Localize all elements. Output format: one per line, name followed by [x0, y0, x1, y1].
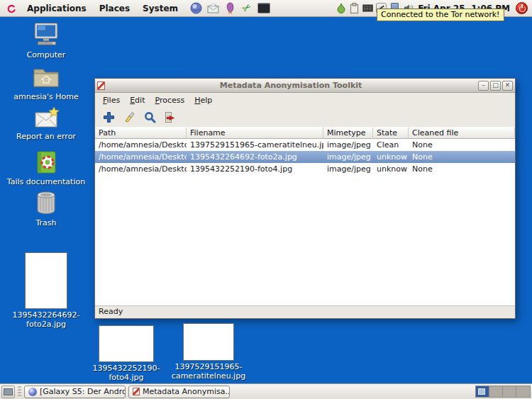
desktop-icon-tails-docs[interactable]: Tails documentation	[4, 150, 89, 186]
trash-icon	[33, 190, 59, 217]
mat-window-icon	[97, 82, 105, 90]
table-header: Path Filename Mimetype State Cleaned fil…	[95, 127, 515, 139]
desktop-icon	[4, 388, 13, 395]
cell-path: /home/amnesia/Desktop/	[95, 151, 187, 163]
cell-path: /home/amnesia/Desktop/	[95, 163, 187, 175]
desktop-icon-label: Tails documentation	[7, 177, 85, 186]
menu-applications[interactable]: Applications	[21, 2, 93, 15]
minimize-button[interactable]: –	[478, 81, 489, 91]
workspace-switcher	[475, 386, 531, 398]
table-row[interactable]: /home/amnesia/Desktop/ 1395432252190-fot…	[95, 163, 515, 175]
taskbar-item-browser[interactable]: [Galaxy S5: Der Andro...	[24, 386, 126, 398]
debian-logo-icon	[5, 2, 18, 15]
quit-button[interactable]	[164, 111, 177, 123]
workspace-3[interactable]	[503, 386, 516, 397]
cell-mimetype: image/jpeg	[323, 163, 373, 175]
menu-files[interactable]: Files	[98, 94, 125, 107]
tor-tooltip: Connected to the Tor network!	[377, 9, 504, 21]
desktop-icon-label-line1: 1395432264692-	[13, 310, 80, 320]
mat-icon	[133, 388, 140, 395]
desktop-icon-label: Report an error	[16, 132, 76, 141]
tor-browser-icon	[28, 388, 37, 396]
column-header-path[interactable]: Path	[95, 127, 187, 139]
photo-street-thumbnail	[25, 252, 67, 309]
report-error-icon	[31, 106, 61, 130]
clipboard-icon[interactable]	[349, 3, 360, 14]
terminal-icon[interactable]	[257, 2, 270, 15]
column-header-mimetype[interactable]: Mimetype	[323, 127, 373, 139]
magnifier-icon	[144, 111, 156, 123]
photo-toy-thumbnail	[183, 323, 234, 361]
window-menubar: Files Edit Process Help	[95, 93, 515, 107]
window-titlebar[interactable]: Metadata Anonymisation Toolkit – □ ✕	[95, 79, 515, 93]
file-list: /home/amnesia/Desktop/ 1397529151965-cam…	[95, 139, 515, 305]
desktop-icon-cameratitelneu[interactable]: 1397529151965- cameratitelneu.jpg	[169, 323, 248, 381]
computer-icon	[31, 22, 61, 49]
tor-browser-icon[interactable]	[189, 2, 202, 15]
table-row-selected[interactable]: /home/amnesia/Desktop/ 1395432264692-fot…	[95, 151, 515, 163]
photo-night-thumbnail	[99, 325, 154, 362]
panel-launchers: ✂	[189, 2, 270, 15]
documentation-book-icon	[33, 150, 59, 176]
mat-window: Metadata Anonymisation Toolkit – □ ✕ Fil…	[94, 78, 516, 319]
cell-mimetype: image/jpeg	[323, 151, 373, 163]
menu-edit[interactable]: Edit	[125, 94, 150, 107]
desktop-icon-label-line2: foto2a.jpg	[26, 320, 66, 329]
show-desktop-button[interactable]	[1, 386, 15, 398]
cell-mimetype: image/jpeg	[323, 139, 373, 151]
clean-button[interactable]	[123, 111, 135, 123]
desktop-icon-label: Computer	[27, 50, 66, 60]
menu-places[interactable]: Places	[93, 2, 136, 15]
desktop-icon-computer[interactable]: Computer	[14, 22, 78, 60]
cell-path: /home/amnesia/Desktop/	[95, 139, 187, 151]
brush-icon	[123, 111, 135, 123]
desktop-icon-label-line1: 1397529151965-	[175, 362, 243, 371]
taskbar-item-label: Metadata Anonymisa...	[143, 387, 230, 396]
desktop-icon-label: Trash	[35, 218, 56, 227]
desktop-icon-label: amnesia's Home	[13, 92, 78, 101]
panel-drag-handle[interactable]	[18, 386, 21, 398]
workspace-4[interactable]	[516, 386, 530, 397]
cell-cleaned-file: None	[409, 163, 515, 175]
cell-cleaned-file: None	[409, 139, 515, 151]
keyboard-layout-icon[interactable]	[362, 3, 373, 14]
pidgin-icon[interactable]	[223, 2, 236, 15]
menu-process[interactable]: Process	[150, 94, 189, 107]
cell-filename: 1395432264692-foto2a.jpg	[187, 151, 323, 163]
exit-door-icon	[164, 111, 177, 123]
add-file-button[interactable]	[102, 111, 115, 123]
menu-help[interactable]: Help	[189, 94, 217, 107]
workspace-2[interactable]	[489, 386, 503, 397]
column-header-cleaned-file[interactable]: Cleaned file	[409, 127, 515, 139]
tor-onion-icon[interactable]	[336, 3, 346, 14]
cell-filename: 1397529151965-cameratitelneu.jpg	[187, 139, 323, 151]
shutdown-button[interactable]	[516, 2, 528, 14]
window-toolbar	[95, 107, 515, 127]
home-folder-icon	[31, 65, 61, 91]
workspace-1[interactable]	[476, 386, 489, 397]
taskbar-item-mat[interactable]: Metadata Anonymisa...	[128, 386, 230, 398]
taskbar: [Galaxy S5: Der Andro... Metadata Anonym…	[0, 383, 532, 399]
keepassx-icon[interactable]: ✂	[240, 2, 253, 15]
menu-system[interactable]: System	[136, 2, 184, 15]
check-button[interactable]	[143, 111, 156, 123]
desktop-icon-trash[interactable]: Trash	[14, 190, 78, 227]
close-button[interactable]: ✕	[502, 81, 513, 91]
desktop-icon-foto4[interactable]: 1395432252190- foto4.jpg	[90, 325, 162, 382]
column-header-filename[interactable]: Filename	[187, 127, 323, 139]
table-row[interactable]: /home/amnesia/Desktop/ 1397529151965-cam…	[95, 139, 515, 151]
window-title: Metadata Anonymisation Toolkit	[105, 81, 477, 90]
column-header-state[interactable]: State	[373, 127, 409, 139]
statusbar: Ready	[95, 305, 515, 318]
cell-state: unknow	[373, 163, 409, 175]
desktop-icon-foto2a[interactable]: 1395432264692- foto2a.jpg	[9, 252, 84, 329]
maximize-button[interactable]: □	[490, 81, 501, 91]
taskbar-item-label: [Galaxy S5: Der Andro...	[40, 387, 126, 396]
cell-filename: 1395432252190-foto4.jpg	[187, 163, 323, 175]
desktop-icon-home[interactable]: amnesia's Home	[7, 65, 85, 101]
desktop-icon-label-line2: cameratitelneu.jpg	[172, 371, 245, 381]
desktop-icon-label-line1: 1395432252190-	[93, 364, 160, 373]
desktop-icon-label-line2: foto4.jpg	[109, 373, 143, 382]
claws-mail-icon[interactable]	[206, 2, 219, 15]
desktop-icon-report-error[interactable]: Report an error	[11, 106, 82, 141]
